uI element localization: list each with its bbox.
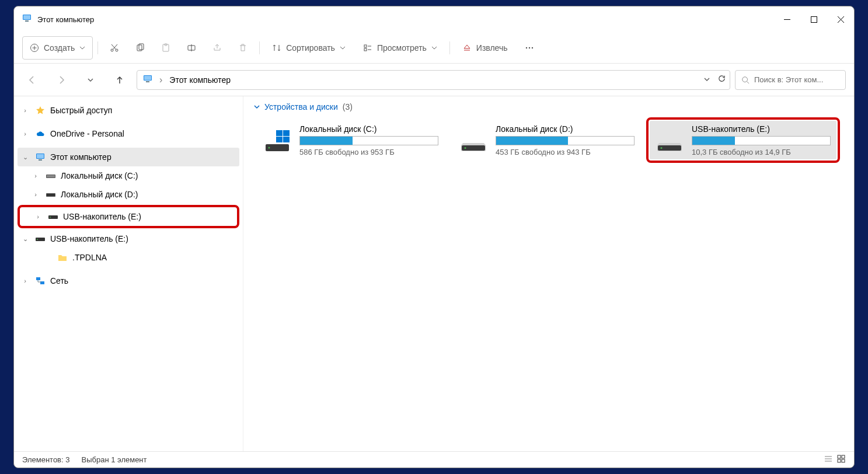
group-header[interactable]: Устройства и диски (3) xyxy=(254,102,843,111)
drive-card[interactable]: Локальный диск (C:)586 ГБ свободно из 95… xyxy=(257,121,444,159)
tiles-view-button[interactable] xyxy=(836,454,846,465)
sidebar-network[interactable]: › Сеть xyxy=(18,271,239,290)
minimize-button[interactable] xyxy=(773,6,800,32)
drive-usage-bar xyxy=(692,136,831,145)
sort-button[interactable]: Сортировать xyxy=(264,36,353,60)
expand-icon[interactable]: › xyxy=(20,277,30,284)
this-pc-icon xyxy=(22,13,32,25)
collapse-icon[interactable]: ⌄ xyxy=(20,154,30,161)
window-title: Этот компьютер xyxy=(37,15,94,24)
drive-info: Локальный диск (C:)586 ГБ свободно из 95… xyxy=(299,124,438,156)
sidebar-this-pc[interactable]: ⌄ Этот компьютер xyxy=(18,148,239,166)
nav-back-button[interactable] xyxy=(20,68,44,92)
chevron-down-icon xyxy=(254,104,260,110)
drive-icon xyxy=(656,124,684,152)
copy-button[interactable] xyxy=(128,36,152,60)
view-icon xyxy=(363,43,372,53)
rename-icon xyxy=(187,43,196,53)
nav-up-button[interactable] xyxy=(107,68,132,92)
sidebar-usb-e-2[interactable]: ⌄ USB-накопитель (E:) xyxy=(18,229,239,248)
usb-drive-icon xyxy=(48,213,58,220)
delete-button[interactable] xyxy=(231,36,255,60)
search-input[interactable]: Поиск в: Этот ком... xyxy=(735,70,846,90)
sidebar-item-label: Этот компьютер xyxy=(50,152,111,162)
paste-button[interactable] xyxy=(154,36,177,60)
maximize-button[interactable] xyxy=(800,6,827,32)
refresh-button[interactable] xyxy=(717,74,726,85)
ellipsis-icon xyxy=(525,43,534,53)
svg-point-30 xyxy=(742,76,748,82)
svg-point-52 xyxy=(465,147,466,149)
usb-drive-icon xyxy=(35,235,46,242)
svg-rect-59 xyxy=(842,455,845,458)
svg-rect-50 xyxy=(283,137,290,142)
toolbar: Создать Сортировать Просмотреть Извлечь xyxy=(14,32,854,64)
svg-rect-49 xyxy=(276,137,283,142)
toolbar-separator xyxy=(97,41,98,54)
chevron-down-icon xyxy=(340,45,346,51)
svg-point-25 xyxy=(528,47,529,48)
svg-rect-60 xyxy=(838,459,841,462)
svg-point-46 xyxy=(269,147,270,149)
drive-info: Локальный диск (D:)453 ГБ свободно из 94… xyxy=(496,124,635,156)
share-icon xyxy=(212,43,222,53)
svg-rect-21 xyxy=(364,48,367,51)
drive-card[interactable]: Локальный диск (D:)453 ГБ свободно из 94… xyxy=(454,121,640,159)
svg-rect-47 xyxy=(276,130,283,136)
share-button[interactable] xyxy=(205,36,229,60)
sort-button-label: Сортировать xyxy=(286,43,335,53)
this-pc-icon xyxy=(35,152,46,162)
svg-point-24 xyxy=(525,47,527,48)
sidebar-item-label: Локальный диск (D:) xyxy=(61,190,138,199)
view-button[interactable]: Просмотреть xyxy=(355,36,445,60)
cut-button[interactable] xyxy=(103,36,126,60)
drive-card[interactable]: USB-накопитель (E:)10,3 ГБ свободно из 1… xyxy=(650,121,836,159)
copy-icon xyxy=(135,43,145,53)
nav-recent-button[interactable] xyxy=(78,68,103,92)
svg-point-54 xyxy=(661,147,663,149)
expand-icon[interactable]: › xyxy=(20,130,30,137)
expand-icon[interactable]: › xyxy=(20,107,30,114)
drives-grid: Локальный диск (C:)586 ГБ свободно из 95… xyxy=(254,117,843,163)
expand-icon[interactable]: › xyxy=(33,213,43,220)
star-icon xyxy=(35,106,46,115)
address-bar[interactable]: › Этот компьютер xyxy=(137,70,730,90)
collapse-icon[interactable]: ⌄ xyxy=(20,235,30,243)
more-button[interactable] xyxy=(518,36,541,60)
sidebar-quick-access[interactable]: › Быстрый доступ xyxy=(18,101,239,120)
drive-icon xyxy=(46,172,56,179)
sidebar-item-label: OneDrive - Personal xyxy=(50,129,124,138)
drive-icon xyxy=(263,124,291,152)
sidebar-local-d[interactable]: › Локальный диск (D:) xyxy=(18,185,239,204)
sidebar-usb-e[interactable]: › USB-накопитель (E:) xyxy=(20,207,237,226)
drive-name: Локальный диск (D:) xyxy=(496,124,635,134)
scissors-icon xyxy=(110,43,119,53)
sidebar-onedrive[interactable]: › OneDrive - Personal xyxy=(18,124,239,143)
explorer-window: Этот компьютер Создать Сортировать Просм… xyxy=(13,6,855,468)
expand-icon[interactable]: › xyxy=(30,172,41,179)
new-button[interactable]: Создать xyxy=(22,36,93,60)
nav-forward-button[interactable] xyxy=(49,68,74,92)
eject-button[interactable]: Извлечь xyxy=(455,36,515,60)
svg-rect-20 xyxy=(364,45,367,47)
svg-rect-29 xyxy=(146,81,149,82)
close-button[interactable] xyxy=(827,6,854,32)
drive-icon xyxy=(459,124,487,152)
content-area: Устройства и диски (3) Локальный диск (C… xyxy=(243,96,854,451)
search-placeholder: Поиск в: Этот ком... xyxy=(754,75,823,84)
svg-point-40 xyxy=(50,217,51,218)
breadcrumb-separator: › xyxy=(159,75,162,85)
breadcrumb-root[interactable]: Этот компьютер xyxy=(169,75,231,85)
drive-usage-bar xyxy=(496,136,635,145)
drive-info: USB-накопитель (E:)10,3 ГБ свободно из 1… xyxy=(692,124,831,156)
new-button-label: Создать xyxy=(44,43,75,53)
sidebar-local-c[interactable]: › Локальный диск (C:) xyxy=(18,166,239,185)
address-history-button[interactable] xyxy=(703,75,710,85)
rename-button[interactable] xyxy=(180,36,203,60)
svg-rect-33 xyxy=(37,154,44,158)
body: › Быстрый доступ › OneDrive - Personal ⌄… xyxy=(14,96,854,451)
expand-icon[interactable]: › xyxy=(30,191,41,198)
sidebar-item-label: Локальный диск (C:) xyxy=(61,171,138,180)
sidebar-tpdlna[interactable]: .TPDLNA xyxy=(18,248,239,267)
details-view-button[interactable] xyxy=(824,454,833,465)
